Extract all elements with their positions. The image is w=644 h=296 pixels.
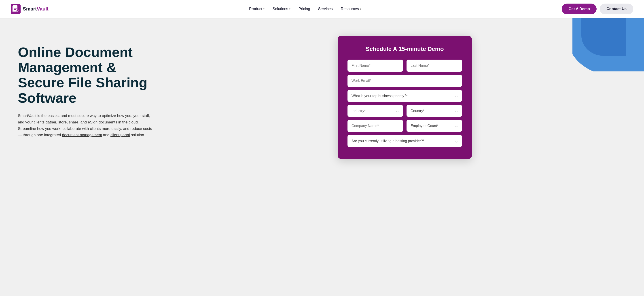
logo-link[interactable]: SmartVault xyxy=(11,4,48,14)
industry-country-row: Industry* Country* xyxy=(348,105,462,117)
nav-item-resources[interactable]: Resources ▾ xyxy=(341,7,361,11)
contact-us-button[interactable]: Contact Us xyxy=(600,3,633,14)
get-demo-button[interactable]: Get A Demo xyxy=(562,3,596,14)
name-row xyxy=(348,60,462,72)
demo-form: Schedule A 15-minute Demo What is your t… xyxy=(338,36,472,159)
nav-item-services[interactable]: Services xyxy=(318,7,333,11)
industry-select[interactable]: Industry* xyxy=(348,105,403,117)
nav-item-product[interactable]: Product ▾ xyxy=(249,7,264,11)
country-select[interactable]: Country* xyxy=(406,105,462,117)
company-employee-row: Employee Count* xyxy=(348,120,462,132)
country-field: Country* xyxy=(406,105,462,117)
demo-form-container: Schedule A 15-minute Demo What is your t… xyxy=(183,36,626,159)
nav-item-solutions[interactable]: Solutions ▾ xyxy=(272,7,290,11)
nav-item-pricing[interactable]: Pricing xyxy=(298,7,310,11)
chevron-down-icon: ▾ xyxy=(360,7,361,10)
last-name-field xyxy=(406,60,462,72)
chevron-down-icon: ▾ xyxy=(289,7,290,10)
logo-text: SmartVault xyxy=(23,6,48,12)
first-name-field xyxy=(348,60,403,72)
company-name-field xyxy=(348,120,403,132)
nav-links: Product ▾ Solutions ▾ Pricing Services R… xyxy=(249,7,361,11)
business-priority-row: What is your top business priority?* xyxy=(348,90,462,102)
form-title: Schedule A 15-minute Demo xyxy=(348,45,462,52)
hero-description: SmartVault is the easiest and most secur… xyxy=(18,113,152,139)
company-name-input[interactable] xyxy=(348,120,403,132)
last-name-input[interactable] xyxy=(406,60,462,72)
employee-count-field: Employee Count* xyxy=(406,120,462,132)
hero-title: Online Document Management & Secure File… xyxy=(18,45,166,106)
hero-content: Online Document Management & Secure File… xyxy=(18,36,166,139)
hosting-provider-select[interactable]: Are you currently utilizing a hosting pr… xyxy=(348,135,462,147)
business-priority-select[interactable]: What is your top business priority?* xyxy=(348,90,462,102)
work-email-input[interactable] xyxy=(348,75,462,87)
chevron-down-icon: ▾ xyxy=(263,7,264,10)
employee-count-select[interactable]: Employee Count* xyxy=(406,120,462,132)
logo-icon xyxy=(11,4,20,14)
nav-actions: Get A Demo Contact Us xyxy=(562,3,633,14)
email-row xyxy=(348,75,462,87)
document-management-link[interactable]: document management xyxy=(62,133,102,137)
hosting-provider-row: Are you currently utilizing a hosting pr… xyxy=(348,135,462,147)
first-name-input[interactable] xyxy=(348,60,403,72)
industry-field: Industry* xyxy=(348,105,403,117)
navbar: SmartVault Product ▾ Solutions ▾ Pricing… xyxy=(0,0,644,18)
client-portal-link[interactable]: client portal xyxy=(110,133,130,137)
hero-section: Online Document Management & Secure File… xyxy=(0,18,644,296)
